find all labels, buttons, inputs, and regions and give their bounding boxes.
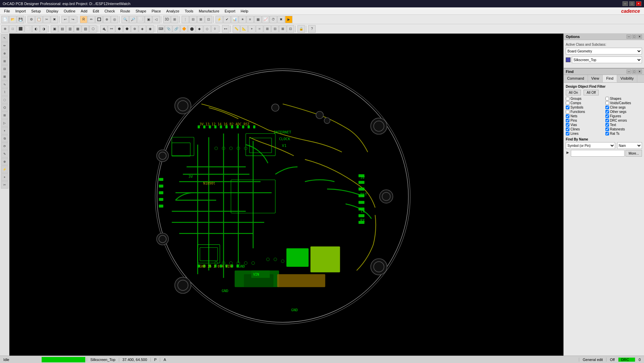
- side-btn-7[interactable]: ⌇: [1, 88, 8, 96]
- cb-pins-input[interactable]: [566, 119, 569, 122]
- tb2-btn-18[interactable]: ◈: [139, 25, 146, 33]
- tb-btn-15[interactable]: ≡: [246, 16, 254, 23]
- cb-rats-input[interactable]: [605, 132, 609, 135]
- tb2-btn-35[interactable]: ⊠: [279, 25, 286, 33]
- tb-btn-8[interactable]: ◎: [111, 16, 118, 23]
- tb-btn-16[interactable]: ▦: [254, 16, 262, 23]
- menu-route[interactable]: Route: [118, 8, 133, 14]
- tb2-btn-25[interactable]: ◆: [196, 25, 203, 33]
- tb-btn-14[interactable]: ☀: [239, 16, 246, 23]
- tb2-btn-34[interactable]: ⊟: [271, 25, 279, 33]
- tb-grid[interactable]: ⋮: [182, 16, 189, 23]
- tab-find[interactable]: Find: [603, 75, 617, 82]
- tb-btn-1[interactable]: ⚙: [28, 16, 35, 23]
- tb-3d[interactable]: 3D: [163, 16, 171, 23]
- tb2-btn-9[interactable]: ▥: [66, 25, 74, 33]
- side-btn-10[interactable]: ⊞: [1, 112, 8, 119]
- cb-shapes-input[interactable]: [605, 97, 609, 100]
- tb-route-btn[interactable]: R: [80, 16, 87, 23]
- tb-btn-7[interactable]: ⊕: [103, 16, 110, 23]
- tb-zoom-in[interactable]: 🔍: [122, 16, 129, 23]
- menu-analyze[interactable]: Analyze: [164, 8, 182, 14]
- side-btn-11[interactable]: ▷: [1, 119, 8, 127]
- side-btn-2[interactable]: ⊕: [1, 50, 8, 57]
- menu-outline[interactable]: Outline: [61, 8, 78, 14]
- tb2-btn-32[interactable]: ⌗: [256, 25, 263, 33]
- fbn-arrow-icon[interactable]: ▶: [566, 150, 570, 157]
- tab-command[interactable]: Command: [564, 75, 588, 82]
- tb2-btn-33[interactable]: ⊞: [264, 25, 271, 33]
- tb-zoom-sel[interactable]: ▣: [145, 16, 152, 23]
- cb-clines-input[interactable]: [566, 127, 569, 131]
- tb-btn-2[interactable]: 📋: [35, 16, 43, 23]
- tb-drc[interactable]: ✔: [223, 16, 231, 23]
- side-btn-17[interactable]: ⚡: [1, 166, 8, 173]
- menu-check[interactable]: Check: [102, 8, 118, 14]
- tb2-btn-3[interactable]: ⬛: [17, 25, 24, 33]
- side-btn-18[interactable]: ⌖: [1, 173, 8, 181]
- tb2-btn-36[interactable]: ⊡: [287, 25, 294, 33]
- tb-ratsnest[interactable]: ⚡: [216, 16, 223, 23]
- tb-btn-6[interactable]: 🔲: [95, 16, 103, 23]
- tb-new[interactable]: 📄: [1, 16, 9, 23]
- cb-groups-input[interactable]: [566, 97, 569, 100]
- side-btn-1[interactable]: ✏: [1, 42, 8, 49]
- menu-shape[interactable]: Shape: [133, 8, 149, 14]
- side-btn-14[interactable]: ⟳: [1, 143, 8, 150]
- tb2-btn-23[interactable]: 🔶: [180, 25, 188, 33]
- menu-setup[interactable]: Setup: [29, 8, 44, 14]
- side-btn-3[interactable]: ⊞: [1, 57, 8, 65]
- tb2-btn-27[interactable]: ◊: [211, 25, 219, 33]
- tb2-btn-21[interactable]: 📎: [165, 25, 172, 33]
- tb2-btn-7[interactable]: ▣: [51, 25, 58, 33]
- tb-btn-9[interactable]: ⊞: [171, 16, 178, 23]
- cb-functions-input[interactable]: [566, 110, 569, 114]
- side-btn-16[interactable]: ⊕: [1, 158, 8, 165]
- tb2-btn-16[interactable]: ⬟: [123, 25, 131, 33]
- cb-voids-input[interactable]: [605, 101, 609, 105]
- tb2-btn-5[interactable]: ◐: [32, 25, 40, 33]
- tb2-btn-4[interactable]: ⬜: [25, 25, 32, 33]
- tb-open[interactable]: 📂: [9, 16, 16, 23]
- menu-manufacture[interactable]: Manufacture: [196, 8, 222, 14]
- side-btn-5[interactable]: ⊠: [1, 73, 8, 80]
- fbn-type-select[interactable]: Symbol (or Pin) Net Pin: [566, 142, 615, 149]
- side-btn-4[interactable]: ⊟: [1, 65, 8, 73]
- tb2-btn-31[interactable]: ⌖: [248, 25, 256, 33]
- tb-zoom-prev[interactable]: ◁: [152, 16, 160, 23]
- cb-comps-input[interactable]: [566, 101, 569, 105]
- options-close-btn[interactable]: ✕: [637, 35, 642, 39]
- side-btn-15[interactable]: ✎: [1, 150, 8, 158]
- cb-ratsnests-input[interactable]: [605, 127, 609, 131]
- tb2-btn-20[interactable]: ⌨: [157, 25, 165, 33]
- tb-btn-10[interactable]: ⊟: [189, 16, 197, 23]
- tb2-btn-30[interactable]: 📐: [240, 25, 248, 33]
- menu-display[interactable]: Display: [44, 8, 61, 14]
- fbn-mode-select[interactable]: Nam Ref: [617, 142, 642, 149]
- side-btn-8[interactable]: ◌: [1, 96, 8, 104]
- tb2-btn-15[interactable]: ⬢: [116, 25, 123, 33]
- tb2-btn-17[interactable]: ⊛: [131, 25, 138, 33]
- cb-othersegs-input[interactable]: [605, 110, 609, 114]
- menu-tools[interactable]: Tools: [182, 8, 196, 14]
- maximize-button[interactable]: □: [629, 1, 635, 6]
- tb-btn-17[interactable]: 📈: [262, 16, 269, 23]
- options-minimize-btn[interactable]: ─: [627, 35, 631, 39]
- tb2-btn-12[interactable]: ⬡: [89, 25, 97, 33]
- side-btn-12[interactable]: ⌖: [1, 127, 8, 134]
- cb-symbols-input[interactable]: [566, 106, 569, 109]
- side-btn-19[interactable]: ✂: [1, 181, 8, 189]
- tab-visibility[interactable]: Visibility: [617, 75, 638, 82]
- more-button[interactable]: More...: [626, 150, 642, 157]
- tb-zoom-out[interactable]: 🔎: [129, 16, 137, 23]
- cb-vias-input[interactable]: [566, 123, 569, 127]
- tab-view[interactable]: View: [588, 75, 603, 82]
- tb2-btn-14[interactable]: ⚯: [108, 25, 115, 33]
- menu-add[interactable]: Add: [78, 8, 90, 14]
- find-close-btn[interactable]: ✕: [637, 70, 642, 74]
- tb2-btn-37[interactable]: 🔒: [297, 25, 305, 33]
- cb-clinesegs-input[interactable]: [605, 106, 609, 109]
- menu-help[interactable]: Help: [238, 8, 251, 14]
- tb2-btn-11[interactable]: ▧: [82, 25, 89, 33]
- tb2-btn-1[interactable]: ⊕: [1, 25, 9, 33]
